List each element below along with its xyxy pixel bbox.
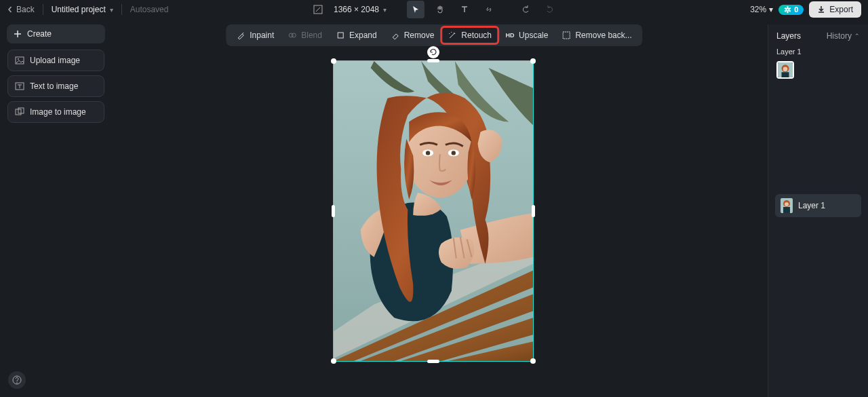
image-to-image-label: Image to image [30, 107, 86, 117]
create-label: Create [27, 29, 52, 39]
dimensions-label: 1366 × 2048 [334, 5, 379, 14]
cursor-tool[interactable] [407, 1, 425, 18]
divider [43, 4, 43, 15]
project-name-label: Untitled project [52, 5, 106, 14]
back-label: Back [16, 5, 35, 14]
svg-point-30 [16, 382, 18, 383]
layers-panel: Layers History ⌃ Layer 1 Layer 1 [768, 24, 868, 397]
zoom-label: 32% [750, 5, 766, 14]
current-layer-label: Layer 1 [768, 48, 868, 61]
export-button[interactable]: Export [809, 1, 861, 18]
layer-thumbnail[interactable] [776, 61, 794, 79]
chevron-up-icon: ⌃ [854, 33, 860, 39]
resize-handle-bl[interactable] [331, 358, 336, 364]
link-tool[interactable] [480, 1, 498, 18]
hand-tool[interactable] [431, 1, 449, 18]
svg-point-20 [452, 151, 456, 155]
expand-label: Expand [349, 31, 377, 40]
dimensions-dropdown[interactable]: 1366 × 2048 ▾ [334, 5, 387, 14]
svg-rect-8 [338, 33, 343, 38]
hd-icon: HD [505, 31, 515, 40]
upload-image-label: Upload image [30, 56, 80, 65]
resize-handle-tl[interactable] [331, 58, 336, 64]
blend-icon [288, 31, 297, 40]
redo-button[interactable] [541, 1, 559, 18]
svg-rect-28 [783, 207, 790, 213]
svg-point-2 [18, 58, 19, 60]
chevron-down-icon: ▾ [383, 6, 387, 14]
layer-item-label: Layer 1 [798, 201, 825, 210]
resize-handle-mr[interactable] [532, 205, 535, 217]
canvas-area[interactable] [106, 41, 766, 397]
image-to-image-icon [15, 107, 24, 117]
refresh-icon [429, 48, 437, 56]
wand-icon [448, 31, 457, 40]
svg-point-23 [783, 67, 788, 72]
svg-point-18 [426, 151, 430, 155]
resize-handle-br[interactable] [530, 358, 536, 364]
credits-badge[interactable]: ✲ 0 [778, 5, 804, 15]
project-name-dropdown[interactable]: Untitled project ▾ [52, 5, 113, 14]
resize-handle-bm[interactable] [427, 360, 439, 363]
autosaved-status: Autosaved [130, 5, 169, 14]
layers-title: Layers [776, 31, 801, 41]
text-tool[interactable] [456, 1, 473, 18]
resize-handle-ml[interactable] [332, 205, 335, 217]
svg-rect-24 [782, 72, 789, 77]
resize-handle-tr[interactable] [530, 58, 536, 64]
text-image-icon [15, 81, 24, 91]
expand-icon [336, 31, 345, 40]
text-to-image-label: Text to image [30, 81, 78, 91]
retouch-label: Retouch [461, 31, 492, 40]
remove-bg-icon [561, 31, 571, 40]
selection-box[interactable] [333, 60, 534, 362]
layer-item-thumbnail [781, 198, 793, 213]
export-label: Export [829, 5, 853, 14]
resize-handle-tm[interactable] [427, 59, 439, 62]
undo-button[interactable] [517, 1, 534, 18]
create-button[interactable]: Create [7, 24, 105, 43]
canvas-image [334, 61, 533, 361]
zoom-dropdown[interactable]: 32% ▾ [750, 5, 773, 14]
svg-point-27 [785, 202, 789, 206]
text-to-image-option[interactable]: Text to image [7, 75, 104, 97]
inpaint-label: Inpaint [250, 31, 274, 40]
plus-icon [14, 30, 22, 38]
blend-label: Blend [301, 31, 322, 40]
image-to-image-option[interactable]: Image to image [7, 101, 104, 123]
upload-image-option[interactable]: Upload image [7, 50, 104, 71]
divider [121, 4, 122, 15]
chevron-left-icon [7, 6, 14, 13]
brush-icon [236, 31, 245, 40]
svg-point-7 [292, 33, 296, 37]
remove-label: Remove [404, 31, 435, 40]
chevron-down-icon: ▾ [110, 6, 113, 14]
sparkle-icon: ✲ [784, 5, 791, 14]
canvas-size-icon[interactable] [309, 1, 327, 18]
download-icon [817, 5, 825, 14]
help-icon [12, 375, 22, 385]
layer-item[interactable]: Layer 1 [775, 194, 861, 217]
chevron-down-icon: ▾ [769, 5, 773, 14]
help-button[interactable] [8, 371, 26, 389]
credits-count: 0 [794, 5, 798, 14]
back-button[interactable]: Back [7, 5, 35, 14]
eraser-icon [391, 31, 400, 40]
image-icon [15, 56, 24, 65]
svg-rect-9 [563, 32, 570, 39]
history-label: History [827, 31, 852, 41]
remove-bg-label: Remove back... [575, 31, 631, 40]
regenerate-button[interactable] [427, 46, 439, 58]
upscale-label: Upscale [519, 31, 548, 40]
history-toggle[interactable]: History ⌃ [827, 31, 860, 41]
